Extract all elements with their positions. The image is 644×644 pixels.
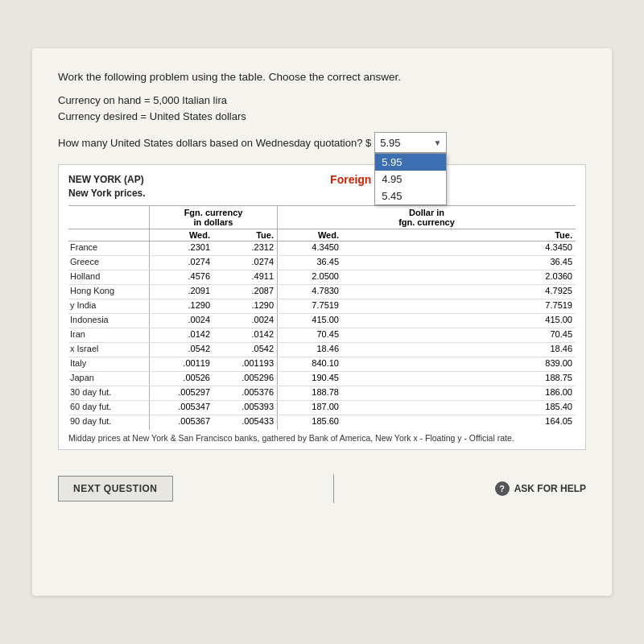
cell-wed: .00119: [149, 357, 213, 371]
cell-wed: .4576: [149, 270, 213, 284]
cell-country: Japan: [68, 372, 149, 386]
ask-for-help-button[interactable]: ? ASK FOR HELP: [495, 481, 586, 496]
cell-tue2: 18.46: [342, 343, 576, 357]
main-card: Work the following problem using the tab…: [32, 48, 612, 596]
country-col-header: [68, 206, 149, 229]
sub-wed-2: Wed.: [278, 229, 342, 241]
cell-wed: .0024: [149, 314, 213, 328]
table-row: Holland .4576 .4911 2.0500 2.0360: [68, 270, 576, 285]
cell-wed: .0542: [149, 343, 213, 357]
question-text: How many United States dollars based on …: [58, 137, 371, 149]
cell-tue: .005433: [213, 415, 278, 430]
sub-country: [68, 229, 149, 241]
cell-tue2: 70.45: [342, 328, 576, 342]
cell-country: Italy: [68, 357, 149, 371]
table-footnote: Midday prices at New York & San Francisc…: [68, 433, 576, 443]
cell-country: x Israel: [68, 343, 149, 357]
dropdown-option-3[interactable]: 5.45: [375, 188, 446, 204]
cell-wed2: 4.3450: [278, 242, 342, 255]
cell-tue2: 188.75: [342, 372, 576, 386]
cell-tue: .005393: [213, 401, 278, 415]
cell-wed: .2301: [149, 242, 213, 255]
cell-tue: .2087: [213, 285, 278, 299]
table-row: 90 day fut. .005367 .005433 185.60 164.0…: [68, 415, 576, 430]
cell-country: France: [68, 242, 149, 255]
currency-desired: Currency desired = United States dollars: [58, 110, 586, 122]
cell-country: Indonesia: [68, 314, 149, 328]
cell-country: Hong Kong: [68, 285, 149, 299]
sub-tue-1: Tue.: [213, 229, 278, 241]
cell-tue2: 4.7925: [342, 285, 576, 299]
cell-wed: .005297: [149, 386, 213, 400]
table-body: France .2301 .2312 4.3450 4.3450 Greece …: [68, 242, 576, 430]
cell-wed2: 36.45: [278, 256, 342, 270]
cell-tue: .4911: [213, 270, 278, 284]
cell-tue2: 185.40: [342, 401, 576, 415]
next-question-button[interactable]: NEXT QUESTION: [58, 476, 173, 502]
table-row: y India .1290 .1290 7.7519 7.7519: [68, 299, 576, 314]
cell-wed2: 188.78: [278, 386, 342, 400]
currency-on-hand: Currency on hand = 5,000 Italian lira: [58, 94, 586, 106]
cell-wed2: 187.00: [278, 401, 342, 415]
cell-country: 90 day fut.: [68, 415, 149, 430]
sub-column-headers: Wed. Tue. Wed. Tue.: [68, 229, 576, 242]
cell-tue2: 7.7519: [342, 299, 576, 313]
cell-tue: .005296: [213, 372, 278, 386]
cell-wed: .2091: [149, 285, 213, 299]
cell-wed2: 185.60: [278, 415, 342, 430]
cell-wed: .0142: [149, 328, 213, 342]
cell-wed2: 190.45: [278, 372, 342, 386]
table-row: Italy .00119 .001193 840.10 839.00: [68, 357, 576, 372]
cell-tue: .0024: [213, 314, 278, 328]
cell-wed: .0274: [149, 256, 213, 270]
table-header: NEW YORK (AP) New York prices. Foreign e…: [68, 173, 576, 200]
table-left-line1: NEW YORK (AP): [68, 173, 181, 187]
cell-wed2: 7.7519: [278, 299, 342, 313]
cell-tue2: 415.00: [342, 314, 576, 328]
cell-wed2: 415.00: [278, 314, 342, 328]
ask-help-label: ASK FOR HELP: [514, 483, 586, 494]
question-row: How many United States dollars based on …: [58, 132, 586, 153]
cell-tue: .0274: [213, 256, 278, 270]
answer-dropdown[interactable]: 5.95 ▼: [374, 132, 447, 153]
table-row: France .2301 .2312 4.3450 4.3450: [68, 242, 576, 256]
cell-tue: .001193: [213, 357, 278, 371]
cell-tue2: 36.45: [342, 256, 576, 270]
cell-country: 30 day fut.: [68, 386, 149, 400]
table-row: Japan .00526 .005296 190.45 188.75: [68, 372, 576, 386]
dropdown-menu: 5.95 4.95 5.45: [374, 153, 447, 205]
fgn-currency-header: Fgn. currency in dollars: [149, 206, 278, 229]
cell-wed2: 18.46: [278, 343, 342, 357]
exchange-table: NEW YORK (AP) New York prices. Foreign e…: [58, 164, 586, 450]
cell-wed2: 70.45: [278, 328, 342, 342]
cell-country: Iran: [68, 328, 149, 342]
dropdown-selected-value: 5.95: [380, 137, 400, 149]
cell-wed2: 4.7830: [278, 285, 342, 299]
chevron-down-icon: ▼: [433, 138, 441, 147]
sub-tue-2: Tue.: [342, 229, 576, 241]
dollar-fgn-header: Dollar in fgn. currency: [278, 206, 576, 229]
help-icon: ?: [495, 481, 510, 496]
table-row: Indonesia .0024 .0024 415.00 415.00: [68, 314, 576, 328]
dropdown-option-1[interactable]: 5.95: [375, 154, 446, 171]
dropdown-option-2[interactable]: 4.95: [375, 171, 446, 188]
table-left-header: NEW YORK (AP) New York prices.: [68, 173, 181, 200]
cell-country: y India: [68, 299, 149, 313]
cell-tue: .1290: [213, 299, 278, 313]
cell-wed: .00526: [149, 372, 213, 386]
divider: [333, 474, 334, 503]
cell-tue2: 2.0360: [342, 270, 576, 284]
table-left-line2: New York prices.: [68, 187, 181, 200]
cell-wed2: 840.10: [278, 357, 342, 371]
column-group-headers: Fgn. currency in dollars Dollar in fgn. …: [68, 205, 576, 229]
cell-country: Greece: [68, 256, 149, 270]
instruction-text: Work the following problem using the tab…: [58, 71, 586, 83]
cell-country: Holland: [68, 270, 149, 284]
cell-tue2: 4.3450: [342, 242, 576, 255]
table-row: Greece .0274 .0274 36.45 36.45: [68, 256, 576, 270]
table-row: 30 day fut. .005297 .005376 188.78 186.0…: [68, 386, 576, 401]
cell-country: 60 day fut.: [68, 401, 149, 415]
table-row: x Israel .0542 .0542 18.46 18.46: [68, 343, 576, 357]
table-row: Hong Kong .2091 .2087 4.7830 4.7925: [68, 285, 576, 299]
cell-tue: .0542: [213, 343, 278, 357]
